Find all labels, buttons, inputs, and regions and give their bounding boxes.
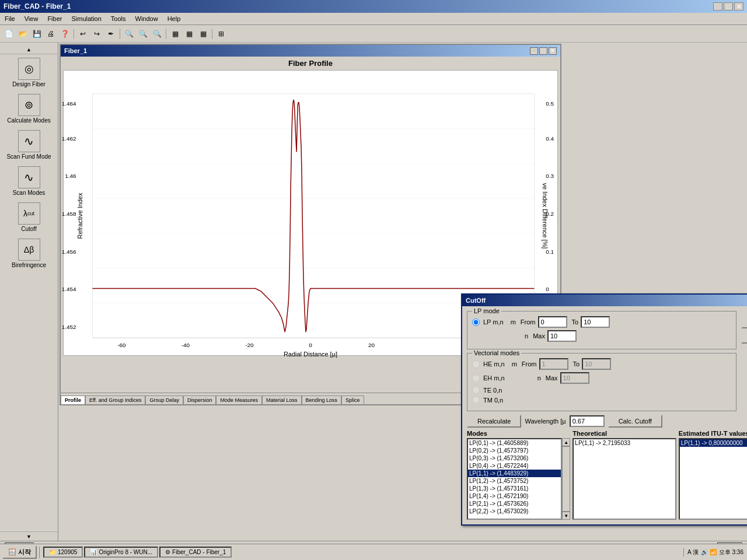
tb-grid[interactable]: ⊞ bbox=[215, 27, 228, 40]
lp-mode-group-title: LP mode bbox=[472, 307, 501, 314]
cancel-btn[interactable]: Cancel bbox=[741, 331, 747, 344]
tab-material-loss[interactable]: Material Loss bbox=[262, 396, 302, 404]
maximize-btn[interactable]: □ bbox=[724, 2, 733, 10]
tb-draw[interactable]: ✒ bbox=[104, 27, 117, 40]
menu-view[interactable]: View bbox=[20, 14, 43, 23]
recalculate-btn[interactable]: Recalculate bbox=[467, 415, 521, 428]
cutoff-dialog-body: LP mode LP m,n m From 0 To 10 bbox=[462, 306, 747, 524]
fiber-window-title: Fiber_1 bbox=[64, 47, 87, 54]
menu-help[interactable]: Help bbox=[163, 14, 186, 23]
app-title: Fiber_CAD - Fiber_1 bbox=[4, 2, 71, 10]
tab-mode-measures[interactable]: Mode Measures bbox=[216, 396, 262, 404]
sidebar-item-birefringence[interactable]: Δβ Birefringence bbox=[4, 236, 54, 271]
menu-file[interactable]: File bbox=[0, 14, 20, 23]
theoretical-panel-container: Theoretical LP(1,1) -> 2,7195033 bbox=[573, 430, 676, 520]
tb-help[interactable]: ❓ bbox=[58, 27, 71, 40]
menu-window[interactable]: Window bbox=[131, 14, 163, 23]
tb-redo[interactable]: ↪ bbox=[90, 27, 103, 40]
mode-item-5[interactable]: LP(1,2) -> (1,4573752) bbox=[468, 477, 561, 485]
eh-mn-radio[interactable] bbox=[472, 374, 480, 382]
start-button[interactable]: 🪟 시작 bbox=[2, 545, 37, 559]
mode-item-3[interactable]: LP(0,4) -> (1,4572244) bbox=[468, 462, 561, 470]
modes-scrollbar[interactable]: ▲ ▼ bbox=[562, 438, 570, 520]
to-label-vec: To bbox=[573, 360, 580, 368]
n-label-vec: n bbox=[537, 374, 541, 382]
tab-eff-group-indices[interactable]: Eff. and Group Indices bbox=[85, 396, 145, 404]
lp-to-input[interactable]: 10 bbox=[581, 316, 610, 328]
sidebar-item-cutoff[interactable]: λcut Cutoff bbox=[4, 200, 54, 235]
modes-scroll-down-btn[interactable]: ▼ bbox=[562, 512, 570, 520]
tb-chart3[interactable]: ▦ bbox=[197, 27, 210, 40]
sidebar-item-scan-fund-mode[interactable]: ∿ Scan Fund Mode bbox=[4, 128, 54, 163]
mode-item-4[interactable]: LP(1,1) -> (1,4483929) bbox=[468, 470, 561, 477]
svg-text:1.458: 1.458 bbox=[62, 211, 76, 217]
tab-splice[interactable]: Splice bbox=[341, 396, 364, 404]
te-0n-radio[interactable] bbox=[472, 386, 480, 394]
mode-item-6[interactable]: LP(1,3) -> (1,4573161) bbox=[468, 485, 561, 492]
taskbar-explorer-label: 120905 bbox=[58, 549, 77, 555]
menu-simulation[interactable]: Simulation bbox=[67, 14, 106, 23]
tb-zoom-in[interactable]: 🔍 bbox=[123, 27, 135, 40]
fiber-win-close[interactable]: ✕ bbox=[549, 47, 557, 55]
tb-fit[interactable]: 🔍 bbox=[151, 27, 163, 40]
mode-item-9[interactable]: LP(2,2) -> (1,4573029) bbox=[468, 508, 561, 515]
tb-zoom-out[interactable]: 🔍 bbox=[137, 27, 149, 40]
lp-from-input[interactable]: 0 bbox=[538, 316, 567, 328]
sidebar-item-design-fiber[interactable]: ◎ Design Fiber bbox=[4, 55, 54, 90]
sidebar-item-calculate-modes[interactable]: ⊚ Calculate Modes bbox=[4, 92, 54, 127]
max-label-vec: Max bbox=[546, 374, 558, 382]
he-mn-radio[interactable] bbox=[472, 360, 480, 368]
calc-cutoff-btn[interactable]: Calc. Cutoff bbox=[608, 415, 662, 428]
menu-fiber[interactable]: Fiber bbox=[43, 14, 67, 23]
tab-bending-loss[interactable]: Bending Loss bbox=[302, 396, 342, 404]
taskbar-item-fibercad[interactable]: ⚙ Fiber_CAD - Fiber_1 bbox=[159, 547, 232, 558]
modes-scroll-up-btn[interactable]: ▲ bbox=[562, 438, 570, 446]
svg-text:0.5: 0.5 bbox=[546, 100, 554, 107]
tb-chart1[interactable]: ▦ bbox=[169, 27, 181, 40]
tab-profile[interactable]: Profile bbox=[61, 396, 85, 404]
tb-save[interactable]: 💾 bbox=[30, 27, 43, 40]
tb-new[interactable]: 📄 bbox=[2, 27, 15, 40]
tab-dispersion[interactable]: Dispersion bbox=[183, 396, 217, 404]
main-area: ▲ ◎ Design Fiber ⊚ Calculate Modes ∿ Sca… bbox=[0, 43, 747, 541]
sidebar-scroll-down[interactable]: ▼ bbox=[0, 531, 58, 541]
svg-text:Refractive Index: Refractive Index bbox=[76, 192, 83, 239]
taskbar-right: A 漢 🔊 📶 오후 3:36 bbox=[683, 548, 747, 556]
fiber-win-minimize[interactable]: _ bbox=[530, 47, 538, 55]
vectorial-modes-group: Vectorial modes HE m,n m From 1 To 10 bbox=[467, 353, 736, 411]
modes-scrollbar-track[interactable] bbox=[562, 446, 570, 512]
estimated-value: LP(1,1) -> 0,800000000 bbox=[680, 439, 747, 447]
he-mn-label: HE m,n bbox=[483, 360, 505, 368]
sidebar-item-scan-modes[interactable]: ∿ Scan Modes bbox=[4, 164, 54, 199]
close-btn[interactable]: ✕ bbox=[734, 2, 743, 10]
wavelength-input[interactable]: 0.67 bbox=[570, 415, 605, 427]
menu-tools[interactable]: Tools bbox=[106, 14, 131, 23]
tab-group-delay[interactable]: Group Delay bbox=[145, 396, 183, 404]
tb-print[interactable]: 🖨 bbox=[44, 27, 57, 40]
lp-mn-radio[interactable] bbox=[472, 318, 480, 326]
mode-item-8[interactable]: LP(2,1) -> (1,4573626) bbox=[468, 500, 561, 508]
mode-item-1[interactable]: LP(0,2) -> (1,4573797) bbox=[468, 447, 561, 454]
tb-chart2[interactable]: ▦ bbox=[183, 27, 196, 40]
tb-open[interactable]: 📂 bbox=[16, 27, 29, 40]
cutoff-dialog-title[interactable]: CutOff ✕ bbox=[462, 295, 747, 306]
taskbar-item-explorer[interactable]: 📁 120905 bbox=[43, 547, 83, 558]
mode-item-0[interactable]: LP(0,1) -> (1,4605889) bbox=[468, 439, 561, 447]
eh-mn-label: EH m,n bbox=[483, 374, 505, 382]
ok-btn[interactable]: OK bbox=[741, 316, 747, 328]
scan-fund-mode-label: Scan Fund Mode bbox=[6, 153, 51, 160]
minimize-btn[interactable]: _ bbox=[713, 2, 722, 10]
taskbar-item-origin[interactable]: 📊 OriginPro 8 - WUN... bbox=[84, 547, 158, 558]
tm-0n-radio[interactable] bbox=[472, 396, 480, 404]
lp-max-input[interactable]: 10 bbox=[547, 330, 577, 342]
birefringence-label: Birefringence bbox=[12, 262, 46, 269]
mode-item-7[interactable]: LP(1,4) -> (1,4572190) bbox=[468, 492, 561, 500]
modes-list[interactable]: LP(0,1) -> (1,4605889) LP(0,2) -> (1,457… bbox=[467, 438, 562, 520]
tb-undo[interactable]: ↩ bbox=[76, 27, 89, 40]
estimated-list: LP(1,1) -> 0,800000000 bbox=[679, 438, 747, 520]
sidebar: ▲ ◎ Design Fiber ⊚ Calculate Modes ∿ Sca… bbox=[0, 43, 58, 541]
sidebar-scroll-up[interactable]: ▲ bbox=[0, 45, 58, 54]
mode-item-2[interactable]: LP(0,3) -> (1,4573206) bbox=[468, 454, 561, 462]
taskbar-icons: 🔊 📶 bbox=[701, 549, 717, 555]
fiber-win-maximize[interactable]: □ bbox=[539, 47, 547, 55]
